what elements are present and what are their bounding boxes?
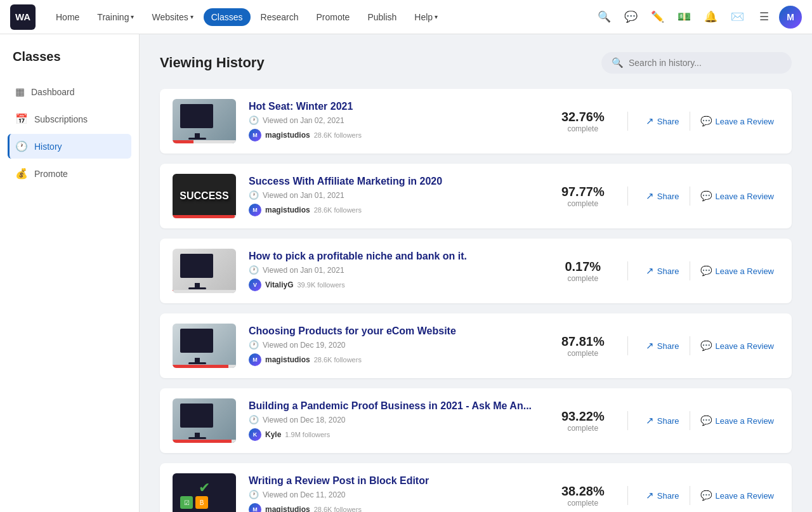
percent-value: 97.77% [551, 185, 615, 199]
navbar-link-classes[interactable]: Classes [204, 8, 251, 26]
author-avatar: M [249, 129, 261, 141]
navbar: WA HomeTraining▾Websites▾ClassesResearch… [0, 0, 812, 34]
course-viewed-date: Viewed on Dec 18, 2020 [263, 416, 346, 424]
leave-review-button[interactable]: 💬 Leave a Review [695, 112, 780, 130]
sidebar-item-label: Subscriptions [34, 114, 88, 124]
course-list: Hot Seat: Winter 2021 🕐 Viewed on Jan 02… [160, 89, 792, 512]
search-input[interactable] [629, 58, 782, 68]
course-author: M magistudios 28.6K followers [249, 503, 539, 512]
course-title[interactable]: How to pick a profitable niche and bank … [249, 251, 539, 262]
course-card: Building a Pandemic Proof Business in 20… [160, 388, 792, 453]
navbar-link-research[interactable]: Research [253, 8, 306, 26]
sidebar-item-label: Dashboard [31, 87, 75, 97]
navbar-link-training[interactable]: Training▾ [89, 8, 141, 26]
bell-icon[interactable]: 🔔 [699, 6, 722, 29]
sidebar-item-subscriptions[interactable]: 📅 Subscriptions [8, 107, 131, 131]
clock-icon: 🕐 [249, 190, 259, 200]
course-info: Choosing Products for your eCom Website … [249, 325, 539, 366]
share-label: Share [657, 117, 679, 126]
review-label: Leave a Review [716, 192, 775, 201]
course-author: M magistudios 28.6K followers [249, 129, 539, 141]
course-actions: ↗ Share 💬 Leave a Review [641, 336, 779, 355]
navbar-icons: 🔍 💬 ✏️ 💵 🔔 ✉️ ☰ M [593, 6, 802, 29]
course-completion: 93.22% complete [551, 409, 615, 433]
share-label: Share [657, 491, 679, 501]
leave-review-button[interactable]: 💬 Leave a Review [695, 262, 780, 280]
follower-count: 28.6K followers [314, 356, 362, 364]
review-label: Leave a Review [716, 416, 775, 426]
clock-icon: 🕐 [249, 340, 259, 350]
navbar-link-home[interactable]: Home [48, 8, 87, 26]
course-completion: 0.17% complete [551, 259, 615, 283]
chevron-down-icon: ▾ [190, 13, 193, 20]
percent-label: complete [551, 199, 615, 208]
sidebar-icon-dashboard: ▦ [15, 86, 25, 98]
review-icon: 💬 [700, 340, 712, 351]
dollar-icon[interactable]: 💵 [672, 6, 695, 29]
logo[interactable]: WA [10, 4, 36, 30]
chat-icon[interactable]: 💬 [619, 6, 642, 29]
share-button[interactable]: ↗ Share [641, 112, 684, 130]
course-meta: 🕐 Viewed on Jan 01, 2021 [249, 190, 539, 200]
percent-value: 87.81% [551, 334, 615, 349]
course-author: V VitaliyG 39.9K followers [249, 279, 539, 291]
course-title[interactable]: Hot Seat: Winter 2021 [249, 101, 539, 112]
clock-icon: 🕐 [249, 265, 259, 275]
sidebar: Classes ▦ Dashboard 📅 Subscriptions 🕐 Hi… [0, 34, 140, 512]
percent-value: 32.76% [551, 110, 615, 124]
navbar-link-websites[interactable]: Websites▾ [144, 8, 200, 26]
share-icon: ↗ [646, 415, 654, 426]
share-icon: ↗ [646, 340, 654, 351]
edit-icon[interactable]: ✏️ [646, 6, 669, 29]
leave-review-button[interactable]: 💬 Leave a Review [695, 337, 780, 355]
divider [627, 411, 628, 430]
navbar-link-promote[interactable]: Promote [308, 8, 357, 26]
search-icon[interactable]: 🔍 [593, 6, 615, 29]
sidebar-item-dashboard[interactable]: ▦ Dashboard [8, 79, 131, 104]
course-info: Success With Affiliate Marketing in 2020… [249, 176, 539, 216]
course-viewed-date: Viewed on Dec 11, 2020 [263, 490, 346, 499]
course-title[interactable]: Building a Pandemic Proof Business in 20… [249, 400, 539, 412]
author-name: magistudios [265, 206, 310, 214]
sidebar-item-history[interactable]: 🕐 History [8, 134, 131, 159]
author-name: magistudios [265, 505, 310, 512]
sidebar-item-promote[interactable]: 💰 Promote [8, 161, 131, 186]
course-card: How to pick a profitable niche and bank … [160, 239, 792, 303]
percent-label: complete [551, 274, 615, 283]
share-button[interactable]: ↗ Share [641, 337, 684, 355]
course-meta: 🕐 Viewed on Dec 19, 2020 [249, 340, 539, 350]
menu-icon[interactable]: ☰ [752, 6, 775, 29]
share-button[interactable]: ↗ Share [641, 412, 684, 430]
leave-review-button[interactable]: 💬 Leave a Review [695, 187, 780, 205]
navbar-link-publish[interactable]: Publish [360, 8, 404, 26]
author-avatar: M [249, 204, 261, 216]
course-viewed-date: Viewed on Jan 01, 2021 [263, 266, 344, 275]
share-button[interactable]: ↗ Share [641, 187, 684, 205]
mail-icon[interactable]: ✉️ [726, 6, 749, 29]
course-title[interactable]: Choosing Products for your eCom Website [249, 325, 539, 337]
course-card: SUCCESS Success With Affiliate Marketing… [160, 164, 792, 228]
author-avatar: V [249, 279, 261, 291]
share-label: Share [657, 341, 679, 351]
course-title[interactable]: Writing a Review Post in Block Editor [249, 475, 539, 487]
course-meta: 🕐 Viewed on Dec 11, 2020 [249, 490, 539, 499]
clock-icon: 🕐 [249, 115, 259, 125]
share-label: Share [657, 416, 679, 426]
leave-review-button[interactable]: 💬 Leave a Review [695, 412, 780, 430]
share-button[interactable]: ↗ Share [641, 262, 684, 280]
sidebar-item-label: Promote [34, 169, 68, 179]
review-label: Leave a Review [716, 341, 775, 351]
navbar-link-help[interactable]: Help▾ [407, 8, 445, 26]
course-completion: 87.81% complete [551, 334, 615, 358]
course-title[interactable]: Success With Affiliate Marketing in 2020 [249, 176, 539, 187]
review-icon: 💬 [700, 415, 712, 426]
follower-count: 39.9K followers [297, 281, 344, 289]
leave-review-button[interactable]: 💬 Leave a Review [695, 487, 780, 504]
review-icon: 💬 [700, 490, 712, 501]
avatar[interactable]: M [779, 6, 802, 29]
clock-icon: 🕐 [249, 490, 259, 499]
share-button[interactable]: ↗ Share [641, 487, 684, 504]
review-icon: 💬 [700, 115, 712, 127]
course-meta: 🕐 Viewed on Dec 18, 2020 [249, 415, 539, 424]
chevron-down-icon: ▾ [435, 13, 438, 20]
